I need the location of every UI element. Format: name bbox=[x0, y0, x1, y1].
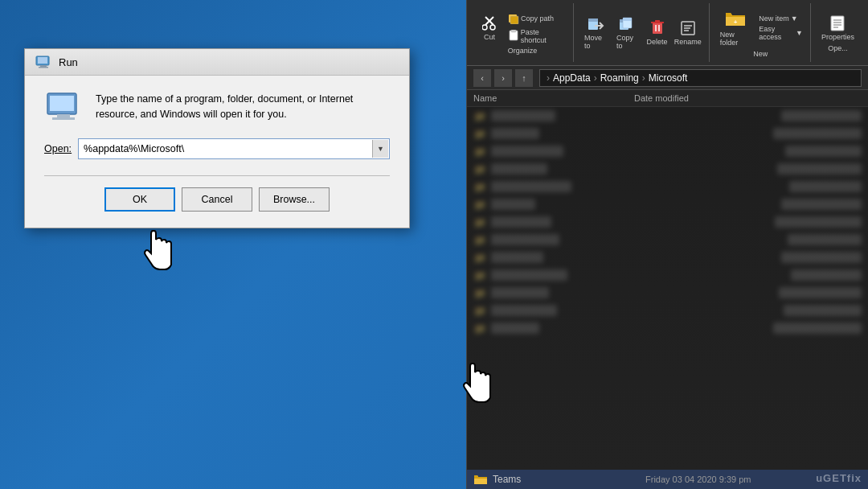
run-icon-large bbox=[44, 92, 83, 124]
cut-icon bbox=[481, 14, 498, 32]
watermark: uGETfix bbox=[816, 472, 862, 484]
ribbon-content: Cut Copy path bbox=[467, 0, 868, 65]
copy-to-button[interactable]: Copy to bbox=[612, 14, 642, 51]
cancel-button[interactable]: Cancel bbox=[182, 187, 252, 212]
blurred-row-8: 📁 bbox=[467, 231, 868, 249]
blurred-row-11: 📁 bbox=[467, 284, 868, 302]
svg-rect-27 bbox=[655, 20, 660, 22]
svg-rect-2 bbox=[40, 65, 47, 67]
path-sep-3: › bbox=[642, 72, 645, 84]
move-to-button[interactable]: Move to bbox=[580, 14, 611, 51]
delete-button[interactable]: Delete bbox=[644, 18, 670, 47]
run-input-wrapper: ▼ bbox=[78, 138, 390, 159]
delete-icon bbox=[649, 19, 666, 37]
ok-cursor bbox=[141, 229, 181, 282]
blurred-row-13: 📁 bbox=[467, 319, 868, 337]
path-sep-1: › bbox=[547, 72, 550, 84]
ribbon-organize-section: Cut Copy path bbox=[472, 3, 574, 62]
back-button[interactable]: ‹ bbox=[473, 69, 491, 87]
addressbar: ‹ › ↑ › AppData › Roaming › Microsoft bbox=[467, 66, 868, 90]
column-name[interactable]: Name bbox=[473, 93, 634, 103]
forward-button[interactable]: › bbox=[494, 69, 512, 87]
blurred-row-3: 📁 bbox=[467, 142, 868, 160]
teams-folder-name: Teams bbox=[493, 474, 645, 485]
blurred-row-10: 📁 bbox=[467, 266, 868, 284]
svg-rect-33 bbox=[831, 16, 844, 31]
properties-button[interactable]: Properties bbox=[817, 13, 858, 43]
path-microsoft[interactable]: Microsoft bbox=[649, 72, 688, 84]
blurred-row-4: 📁 bbox=[467, 160, 868, 178]
new-folder-button[interactable]: + New folder bbox=[716, 7, 755, 48]
run-dialog-titlebar: Run bbox=[25, 49, 409, 76]
copy-path-button[interactable]: Copy path bbox=[504, 11, 568, 27]
svg-rect-22 bbox=[623, 18, 632, 21]
blurred-row-5: 📁 bbox=[467, 178, 868, 195]
new-buttons: + New folder New item ▼ Easy acces bbox=[716, 7, 805, 48]
teams-folder-row[interactable]: Teams Friday 03 04 2020 9:39 pm bbox=[467, 470, 868, 489]
ribbon-properties-section: Properties Ope... bbox=[813, 3, 863, 62]
rename-icon bbox=[679, 19, 697, 37]
up-button[interactable]: ↑ bbox=[515, 69, 533, 87]
blurred-rows: 📁 📁 📁 📁 bbox=[467, 107, 868, 470]
paste-shortcut-button[interactable]: Paste shortcut bbox=[504, 27, 568, 45]
run-divider bbox=[44, 175, 390, 176]
browse-button[interactable]: Browse... bbox=[259, 187, 330, 212]
ribbon-edit-section: Move to Copy to bbox=[575, 3, 710, 62]
svg-rect-26 bbox=[651, 22, 664, 23]
svg-point-10 bbox=[482, 25, 487, 30]
svg-rect-17 bbox=[588, 18, 598, 22]
blurred-row-6: 📁 bbox=[467, 195, 868, 213]
svg-rect-23 bbox=[653, 23, 662, 34]
run-dropdown-arrow[interactable]: ▼ bbox=[372, 140, 388, 158]
run-open-row: Open: ▼ bbox=[44, 138, 390, 159]
ok-button[interactable]: OK bbox=[104, 187, 175, 212]
run-dialog-title: Run bbox=[59, 56, 78, 68]
run-dialog-icon bbox=[35, 55, 52, 68]
svg-rect-6 bbox=[57, 114, 70, 117]
copy-path-icon bbox=[506, 12, 521, 25]
blurred-row-2: 📁 bbox=[467, 125, 868, 142]
blurred-row-9: 📁 bbox=[467, 249, 868, 266]
addressbar-path[interactable]: › AppData › Roaming › Microsoft bbox=[539, 69, 862, 87]
svg-rect-1 bbox=[38, 57, 47, 64]
easy-access-button[interactable]: Easy access ▼ bbox=[756, 24, 805, 42]
ribbon-new-section: + New folder New item ▼ Easy acces bbox=[711, 3, 811, 62]
rename-button[interactable]: Rename bbox=[672, 18, 704, 47]
blurred-row-7: 📁 bbox=[467, 213, 868, 231]
run-buttons: OK Cancel Browse... bbox=[44, 187, 390, 215]
copy-to-icon bbox=[619, 15, 637, 33]
svg-rect-5 bbox=[50, 96, 74, 111]
ribbon: Cut Copy path bbox=[467, 0, 868, 66]
svg-point-11 bbox=[490, 25, 495, 30]
new-item-button[interactable]: New item ▼ bbox=[756, 14, 805, 23]
svg-text:+: + bbox=[734, 18, 738, 26]
run-open-label: Open: bbox=[44, 143, 72, 154]
explorer-window: Cut Copy path bbox=[466, 0, 868, 489]
addressbar-nav: ‹ › ↑ bbox=[473, 69, 533, 87]
blurred-row-1: 📁 bbox=[467, 107, 868, 125]
run-dialog-info: Type the name of a program, folder, docu… bbox=[44, 92, 390, 124]
run-dialog: Run Type the name of a program, folder, … bbox=[24, 48, 410, 228]
edit-buttons: Move to Copy to bbox=[580, 14, 704, 51]
move-to-icon bbox=[587, 15, 604, 33]
file-list-container: Name Date modified 📁 📁 📁 bbox=[467, 90, 868, 489]
svg-rect-7 bbox=[52, 117, 75, 120]
desktop: Run Type the name of a program, folder, … bbox=[0, 0, 868, 489]
run-input[interactable] bbox=[78, 138, 390, 159]
path-roaming[interactable]: Roaming bbox=[600, 72, 639, 84]
column-date: Date modified bbox=[634, 93, 862, 103]
properties-icon bbox=[829, 14, 846, 32]
organize-buttons: Cut Copy path bbox=[477, 11, 568, 45]
run-dialog-body: Type the name of a program, folder, docu… bbox=[25, 76, 409, 228]
path-appdata[interactable]: AppData bbox=[553, 72, 591, 84]
path-sep-2: › bbox=[594, 72, 597, 84]
svg-rect-13 bbox=[510, 16, 518, 24]
file-list-header: Name Date modified bbox=[467, 90, 868, 107]
run-description: Type the name of a program, folder, docu… bbox=[96, 92, 390, 122]
svg-rect-15 bbox=[511, 30, 516, 32]
blurred-row-12: 📁 bbox=[467, 302, 868, 319]
paste-shortcut-icon bbox=[506, 29, 521, 42]
cut-button[interactable]: Cut bbox=[477, 13, 502, 43]
svg-rect-3 bbox=[39, 67, 48, 68]
teams-folder-icon bbox=[473, 472, 488, 487]
